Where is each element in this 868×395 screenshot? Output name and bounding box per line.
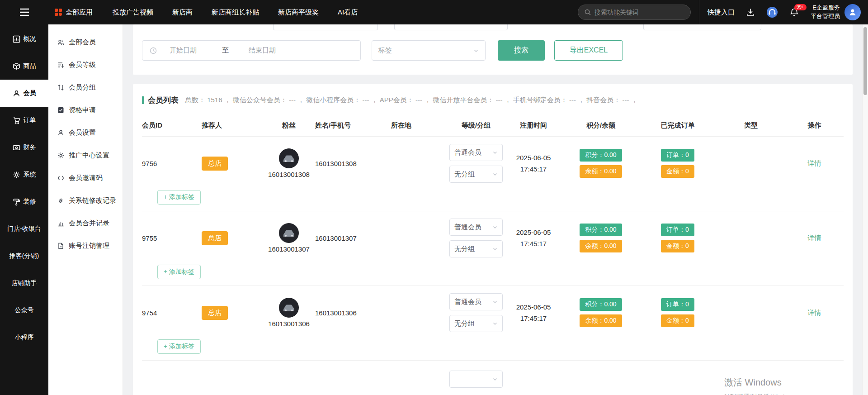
- avatar[interactable]: [844, 4, 861, 20]
- col-level-group: 等级/分组: [462, 121, 491, 130]
- add-tag-button[interactable]: + 添加标签: [157, 265, 201, 279]
- detail-link[interactable]: 详情: [808, 309, 821, 316]
- gear-icon: [13, 171, 20, 179]
- points-badge: 积分：0.00: [580, 298, 622, 311]
- person-icon: [57, 129, 64, 136]
- submenu-label: 推广中心设置: [69, 151, 109, 160]
- nav-item-peer-award[interactable]: 新店商平级奖: [278, 8, 319, 17]
- sidebar-item-distribution[interactable]: 推客(分销): [0, 243, 48, 270]
- hamburger-menu-button[interactable]: [0, 8, 48, 16]
- global-search-box[interactable]: [578, 5, 691, 20]
- group-select[interactable]: 无分组: [449, 315, 503, 332]
- sidebar-item-mini-program[interactable]: 小程序: [0, 324, 48, 351]
- submenu-item-invite-code[interactable]: 会员邀请码: [48, 167, 123, 189]
- submenu-item-qualification[interactable]: 资格申请: [48, 99, 123, 121]
- user-org: E企盈服务: [811, 4, 840, 12]
- search-input[interactable]: [594, 9, 676, 16]
- submenu-item-member-settings[interactable]: 会员设置: [48, 121, 123, 144]
- member-avatar: [279, 298, 299, 318]
- balance-badge: 余额：0.00: [580, 240, 622, 252]
- sidebar-label: 订单: [24, 116, 36, 124]
- notifications-button[interactable]: 99+: [790, 8, 799, 17]
- search-button[interactable]: 搜索: [498, 40, 545, 61]
- sidebar-item-members[interactable]: 会员: [0, 80, 48, 107]
- fans-number: 16013001308: [268, 171, 310, 178]
- submenu-item-member-levels[interactable]: 会员等级: [48, 53, 123, 76]
- sidebar-item-orders[interactable]: 订单: [0, 107, 48, 134]
- chevron-down-icon: [492, 246, 498, 252]
- sidebar-item-official-account[interactable]: 公众号: [0, 297, 48, 324]
- group-select[interactable]: 无分组: [449, 240, 503, 257]
- start-date-placeholder: 开始日期: [170, 46, 197, 55]
- overview-icon: [13, 35, 20, 43]
- sidebar-item-system[interactable]: 系统: [0, 161, 48, 188]
- filter-card: 开始日期 至 结束日期 标签 搜索 导出EXCEL: [133, 24, 853, 75]
- nav-item-ad-video[interactable]: 投放广告视频: [113, 8, 153, 17]
- export-excel-button[interactable]: 导出EXCEL: [554, 40, 623, 61]
- download-button[interactable]: [746, 8, 755, 16]
- col-points-balance: 积分/余额: [586, 121, 615, 130]
- table-header: 会员ID 推荐人 粉丝 姓名/手机号 所在地 等级/分组 注册时间 积分/余额 …: [142, 114, 844, 136]
- group-select[interactable]: 无分组: [449, 166, 503, 183]
- quick-entry-link[interactable]: 快捷入口: [708, 8, 735, 17]
- detail-link[interactable]: 详情: [808, 234, 821, 242]
- submenu-item-member-groups[interactable]: 会员分组: [48, 76, 123, 99]
- hamburger-icon: [19, 8, 29, 16]
- detail-link[interactable]: 详情: [808, 159, 821, 167]
- scrollbar-thumb[interactable]: [863, 27, 867, 95]
- group-value: 无分组: [454, 319, 475, 328]
- qualification-icon: [57, 107, 64, 114]
- sidebar-label: 系统: [24, 171, 36, 179]
- amount-badge: 金额：0: [661, 240, 694, 252]
- add-tag-button[interactable]: + 添加标签: [157, 339, 201, 354]
- submenu-item-account-cancellation[interactable]: 账号注销管理: [48, 234, 123, 257]
- submenu-label: 会员等级: [69, 61, 96, 69]
- submenu-label: 资格申请: [69, 106, 96, 114]
- add-tag-button[interactable]: + 添加标签: [157, 190, 201, 205]
- sidebar-item-shop-assistant[interactable]: 店铺助手: [0, 270, 48, 297]
- fans-number: 16013001307: [268, 245, 310, 253]
- referrer-badge: 总店: [202, 231, 228, 245]
- sidebar-label: 公众号: [15, 306, 34, 314]
- user-info: E企盈服务 平台管理员: [811, 4, 840, 21]
- sidebar-label: 推客(分销): [9, 252, 39, 260]
- sidebar-item-finance[interactable]: 财务: [0, 134, 48, 161]
- member-icon: [13, 90, 20, 97]
- orders-badge: 订单：0: [661, 298, 694, 311]
- submenu-label: 会员邀请码: [69, 174, 103, 182]
- sidebar-item-goods[interactable]: 商品: [0, 52, 48, 80]
- nav-item-ai-watch[interactable]: AI看店: [338, 8, 358, 17]
- filter-input-partial[interactable]: [643, 24, 761, 30]
- sidebar-item-store-cashier[interactable]: 门店-收银台: [0, 215, 48, 243]
- sidebar-label: 商品: [24, 62, 36, 70]
- file-remove-icon: [57, 243, 64, 249]
- topbar-divider: [699, 0, 699, 24]
- service-button[interactable]: [766, 6, 778, 18]
- submenu-item-relation-records[interactable]: 关系链修改记录: [48, 189, 123, 212]
- filter-input-partial[interactable]: [394, 24, 508, 30]
- submenu-label: 关系链修改记录: [69, 196, 116, 205]
- level-select[interactable]: 普通会员: [449, 144, 503, 161]
- register-date: 2025-06-05: [516, 152, 551, 164]
- sidebar-item-decorate[interactable]: 装修: [0, 188, 48, 215]
- submenu-item-merge-records[interactable]: 会员合并记录: [48, 212, 123, 234]
- level-select[interactable]: [449, 371, 503, 388]
- tag-placeholder: 标签: [378, 46, 392, 55]
- tag-select[interactable]: 标签: [372, 40, 486, 61]
- bar-chart-icon: [57, 220, 64, 227]
- sidebar-item-overview[interactable]: 概况: [0, 25, 48, 52]
- vertical-scrollbar[interactable]: [862, 24, 868, 395]
- level-select[interactable]: 普通会员: [449, 293, 503, 310]
- date-range-picker[interactable]: 开始日期 至 结束日期: [142, 40, 361, 61]
- submenu-item-all-members[interactable]: 全部会员: [48, 31, 123, 53]
- all-apps-button[interactable]: 全部应用: [55, 8, 93, 17]
- paint-roller-icon: [13, 198, 20, 206]
- submenu-label: 会员分组: [69, 83, 96, 92]
- chevron-down-icon: [492, 376, 498, 382]
- nav-item-leader-subsidy[interactable]: 新店商组长补贴: [212, 8, 259, 17]
- level-select[interactable]: 普通会员: [449, 219, 503, 236]
- users-icon: [57, 39, 64, 46]
- nav-item-new-store[interactable]: 新店商: [172, 8, 193, 17]
- filter-input-partial[interactable]: [273, 24, 378, 30]
- submenu-item-promotion-settings[interactable]: 推广中心设置: [48, 144, 123, 167]
